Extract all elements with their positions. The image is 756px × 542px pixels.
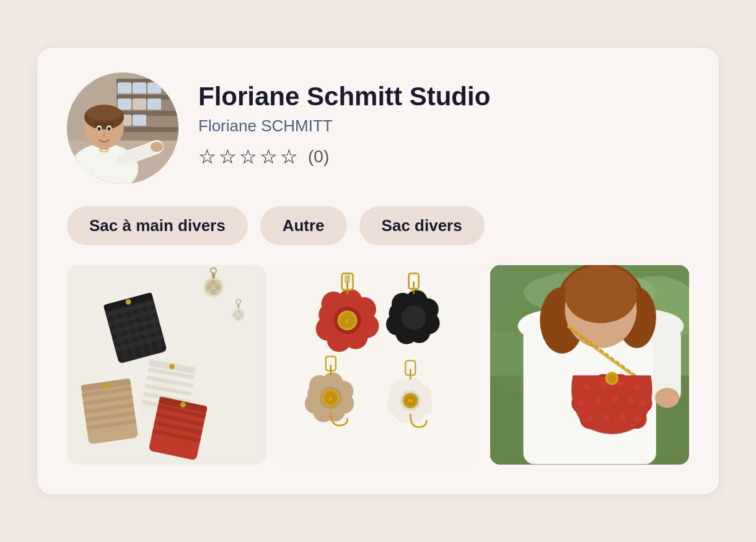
- svg-point-171: [639, 400, 646, 407]
- svg-rect-79: [278, 265, 477, 464]
- artist-name: Floriane SCHMITT: [198, 116, 490, 136]
- category-tag-autre[interactable]: Autre: [260, 206, 347, 245]
- svg-point-67: [211, 289, 216, 295]
- category-tags: Sac à main divers Autre Sac divers: [67, 206, 689, 245]
- svg-rect-94: [345, 275, 350, 282]
- product-image-2[interactable]: F: [278, 265, 477, 464]
- svg-point-174: [620, 414, 626, 421]
- svg-point-74: [239, 313, 244, 317]
- svg-rect-13: [133, 115, 146, 126]
- svg-point-167: [578, 400, 585, 407]
- star-5: ☆: [280, 147, 298, 167]
- product-grid: F: [67, 265, 689, 464]
- profile-info: Floriane Schmitt Studio Floriane SCHMITT…: [198, 72, 490, 166]
- stars: ☆ ☆ ☆ ☆ ☆: [198, 147, 298, 167]
- profile-header: Floriane Schmitt Studio Floriane SCHMITT…: [67, 72, 689, 184]
- svg-point-164: [600, 381, 607, 388]
- category-tag-sac-divers[interactable]: Sac divers: [359, 206, 485, 245]
- svg-rect-11: [147, 98, 161, 110]
- svg-rect-9: [118, 98, 131, 110]
- svg-point-163: [584, 383, 591, 390]
- svg-point-166: [633, 383, 640, 390]
- svg-point-169: [611, 396, 618, 403]
- svg-rect-7: [133, 82, 146, 94]
- svg-point-22: [98, 127, 101, 131]
- svg-point-75: [236, 316, 240, 320]
- svg-text:F: F: [346, 318, 349, 325]
- svg-rect-6: [118, 82, 131, 94]
- rating-row: ☆ ☆ ☆ ☆ ☆ (0): [198, 147, 490, 167]
- star-3: ☆: [239, 147, 257, 167]
- svg-rect-5: [116, 127, 178, 132]
- svg-point-175: [633, 416, 640, 422]
- svg-point-24: [151, 142, 163, 152]
- profile-card: Floriane Schmitt Studio Floriane SCHMITT…: [37, 48, 719, 494]
- svg-point-173: [603, 414, 610, 421]
- product-image-3[interactable]: [490, 265, 689, 464]
- svg-text:FS: FS: [408, 400, 413, 404]
- star-4: ☆: [260, 147, 278, 167]
- svg-point-178: [655, 388, 679, 408]
- svg-point-168: [594, 398, 601, 404]
- category-tag-sac-main[interactable]: Sac à main divers: [67, 206, 248, 245]
- svg-point-23: [108, 127, 111, 131]
- svg-point-66: [215, 285, 221, 291]
- avatar-container: [67, 72, 178, 184]
- star-1: ☆: [198, 147, 216, 167]
- svg-point-76: [233, 313, 237, 317]
- svg-rect-10: [133, 98, 146, 110]
- svg-point-172: [586, 416, 593, 422]
- svg-point-170: [628, 398, 635, 404]
- review-count: (0): [308, 147, 329, 167]
- svg-point-68: [206, 285, 212, 291]
- svg-point-103: [402, 305, 426, 330]
- svg-point-19: [87, 105, 121, 120]
- svg-point-65: [211, 280, 216, 286]
- product-image-1[interactable]: [67, 265, 266, 464]
- svg-point-148: [565, 268, 636, 323]
- studio-name: Floriane Schmitt Studio: [198, 82, 490, 111]
- svg-point-73: [236, 310, 240, 314]
- star-2: ☆: [219, 147, 237, 167]
- svg-point-165: [617, 381, 623, 388]
- svg-point-177: [607, 374, 616, 383]
- svg-rect-8: [147, 82, 161, 94]
- svg-text:F: F: [330, 396, 333, 402]
- svg-rect-77: [237, 304, 240, 308]
- avatar: [67, 72, 178, 184]
